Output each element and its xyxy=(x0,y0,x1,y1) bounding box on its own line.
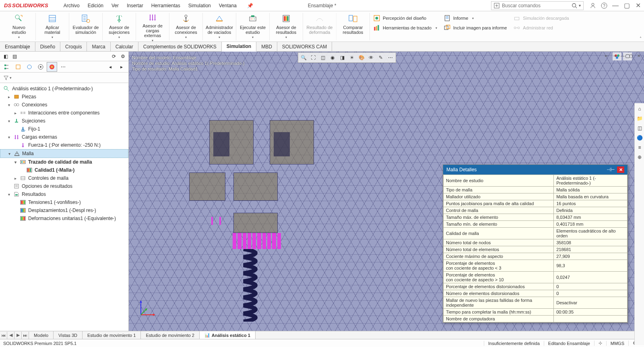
fm-tab-prop-icon[interactable] xyxy=(35,62,46,72)
graphics-viewport[interactable]: Nombre del modelo: Ensamblaje Nombre de … xyxy=(129,52,644,331)
tree-study-root[interactable]: Análisis estático 1 (-Predeterminado-) xyxy=(0,85,128,93)
tab-croquis[interactable]: Croquis xyxy=(60,42,87,51)
search-dropdown-icon[interactable]: ▾ xyxy=(579,3,581,8)
tree-toggle-icon[interactable]: ▾ xyxy=(13,160,18,164)
vp-edit-icon[interactable]: ✎ xyxy=(376,54,385,62)
tree-item[interactable]: Calidad1 (-Malla-) xyxy=(0,166,128,174)
vp-section-icon[interactable]: ◨ xyxy=(338,54,347,62)
fm-tool-icon[interactable]: ⚙ xyxy=(120,53,126,60)
help-icon[interactable]: ? xyxy=(600,1,609,10)
vp-more-icon[interactable]: ⋯ xyxy=(386,54,395,62)
tree-item[interactable]: ▸Interacciones entre componentes xyxy=(0,109,128,117)
menu-simulation[interactable]: Simulation xyxy=(185,1,214,10)
tab-ensamblaje[interactable]: Ensamblaje xyxy=(0,42,35,51)
vp-prev-icon[interactable]: ⇤ xyxy=(603,52,610,59)
taskpane-home-icon[interactable]: ⌂ xyxy=(636,105,644,113)
tree-item[interactable]: ▾Resultados xyxy=(0,190,128,198)
menu-insertar[interactable]: Insertar xyxy=(124,1,147,10)
search-icon[interactable] xyxy=(572,3,577,8)
tree-item[interactable]: Desplazamientos1 (-Despl res-) xyxy=(0,206,128,214)
tree-item[interactable]: Fuerza-1 (:Por elemento: -250 N:) xyxy=(0,141,128,149)
bottom-tab-analisis[interactable]: 📊Análisis estático 1 xyxy=(200,331,256,339)
ribbon-admin-vaciados[interactable]: Administrador de vaciados ▾ xyxy=(203,13,236,40)
user-icon[interactable] xyxy=(588,1,597,10)
tree-toggle-icon[interactable]: ▸ xyxy=(6,95,11,99)
ribbon-comparar[interactable]: Comparar resultados xyxy=(336,13,370,40)
ribbon-aplicar-material[interactable]: Aplicar material ▾ xyxy=(36,13,69,40)
fm-tab-more-icon[interactable]: ⋯ xyxy=(58,62,68,72)
vp-style-icon[interactable]: ◉ xyxy=(328,54,337,62)
ribbon-collapse-icon[interactable]: ˄ xyxy=(640,36,642,41)
vp-zoom-icon[interactable]: 🔍 xyxy=(299,54,308,62)
bottom-tab-vistas3d[interactable]: Vistas 3D xyxy=(54,331,83,339)
taskpane-resources-icon[interactable]: 📁 xyxy=(636,114,644,123)
close-button[interactable]: ✕ xyxy=(634,1,642,10)
fm-tool-icon[interactable]: ◧ xyxy=(2,53,9,60)
tree-toggle-icon[interactable]: ▸ xyxy=(13,176,18,181)
menu-archivo[interactable]: Archivo xyxy=(60,1,83,10)
tab-marca[interactable]: Marca xyxy=(87,42,110,51)
taskpane-property-icon[interactable]: ≡ xyxy=(636,143,644,152)
tree-item[interactable]: ▾Malla xyxy=(0,149,128,158)
ribbon-ejecutar[interactable]: Ejecutar este estudio ▾ xyxy=(236,13,270,40)
chevron-down-icon[interactable]: ▾ xyxy=(118,35,120,39)
nav-last-icon[interactable]: ⏭ xyxy=(22,332,29,339)
tree-item[interactable]: ▾Cargas externas xyxy=(0,133,128,141)
vp-scene-icon[interactable]: ☀ xyxy=(347,54,356,62)
minimize-button[interactable]: — xyxy=(611,1,620,10)
ribbon-asesor-cargas[interactable]: Asesor de cargas externas ▾ xyxy=(136,13,169,40)
taskpane-view-icon[interactable]: ◫ xyxy=(636,124,644,132)
status-coord-icon[interactable]: ⊹ xyxy=(594,341,606,346)
menu-pin-icon[interactable]: 📌 xyxy=(244,1,256,10)
ribbon-asesor-sujeciones[interactable]: Asesor de sujeciones ▾ xyxy=(103,13,136,40)
chevron-down-icon[interactable]: ▾ xyxy=(52,35,53,39)
menu-edicion[interactable]: Edición xyxy=(85,1,107,10)
ribbon-asesor-resultados[interactable]: Asesor de resultados ▾ xyxy=(270,13,303,40)
chevron-down-icon[interactable]: ▾ xyxy=(152,39,153,42)
chevron-down-icon[interactable]: ▾ xyxy=(185,35,187,39)
bottom-tab-movimiento1[interactable]: Estudio de movimiento 1 xyxy=(83,331,141,339)
tree-toggle-icon[interactable]: ▾ xyxy=(6,103,11,107)
tab-cam[interactable]: SOLIDWORKS CAM xyxy=(277,42,332,51)
tree-toggle-icon[interactable]: ▾ xyxy=(6,119,11,123)
chevron-down-icon[interactable]: ▾ xyxy=(285,35,287,39)
bottom-tab-movimiento2[interactable]: Estudio de movimiento 2 xyxy=(141,331,199,339)
chevron-down-icon[interactable]: ▾ xyxy=(252,35,254,39)
tree-item[interactable]: ▸Controles de malla xyxy=(0,174,128,182)
menu-ver[interactable]: Ver xyxy=(108,1,122,10)
tree-item[interactable]: ▸Piezas xyxy=(0,93,128,101)
fm-tool-icon[interactable]: ▤ xyxy=(11,53,18,60)
fm-tab-nav-right-icon[interactable]: ▸ xyxy=(116,62,127,72)
vp-orient-icon[interactable]: ◫ xyxy=(318,54,327,62)
tree-item[interactable]: Tensiones1 (-vonMises-) xyxy=(0,198,128,206)
ribbon-asesor-conexiones[interactable]: Asesor de conexiones ▾ xyxy=(169,13,203,40)
ribbon-herramientas-trazado[interactable]: Herramientas de trazado▾ xyxy=(373,23,437,32)
vp-close-icon[interactable]: ✕ xyxy=(635,52,642,59)
tab-diseno[interactable]: Diseño xyxy=(35,42,60,51)
nav-next-icon[interactable]: ▶ xyxy=(14,332,22,339)
tree-toggle-icon[interactable]: ▾ xyxy=(7,152,12,156)
menu-herramientas[interactable]: Herramientas xyxy=(148,1,184,10)
fm-tab-config-icon[interactable] xyxy=(13,62,23,72)
tree-item[interactable]: ▾Trazado de calidad de malla xyxy=(0,158,128,166)
fm-tab-display-icon[interactable] xyxy=(24,62,35,72)
details-panel-titlebar[interactable]: Malla Detalles ⊣⊢ ✕ xyxy=(443,165,627,175)
search-commands-box[interactable]: ▾ xyxy=(491,1,584,10)
ribbon-incluir-imagen[interactable]: Incluir imagen para informe xyxy=(444,23,507,32)
fm-tab-nav-left-icon[interactable]: ◂ xyxy=(105,62,116,72)
ribbon-informe[interactable]: Informe▾ xyxy=(444,14,507,23)
tab-mbd[interactable]: MBD xyxy=(256,42,277,51)
close-icon[interactable]: ✕ xyxy=(617,166,624,173)
taskpane-appearance-icon[interactable]: 🔵 xyxy=(636,134,644,142)
tree-toggle-icon[interactable]: ▾ xyxy=(6,135,11,139)
tree-toggle-icon[interactable]: ▸ xyxy=(13,111,18,115)
maximize-button[interactable]: ▢ xyxy=(622,1,631,10)
fm-tab-sim-icon[interactable] xyxy=(47,62,57,72)
status-units[interactable]: MMGS xyxy=(606,341,628,346)
pin-icon[interactable]: ⊣⊢ xyxy=(607,167,615,172)
vp-min-icon[interactable]: — xyxy=(619,52,626,59)
vp-max-icon[interactable]: ▢ xyxy=(627,52,634,59)
fm-tool-icon[interactable]: ⟳ xyxy=(111,53,117,60)
nav-prev-icon[interactable]: ◀ xyxy=(7,332,14,339)
bottom-tab-modelo[interactable]: Modelo xyxy=(29,331,54,339)
